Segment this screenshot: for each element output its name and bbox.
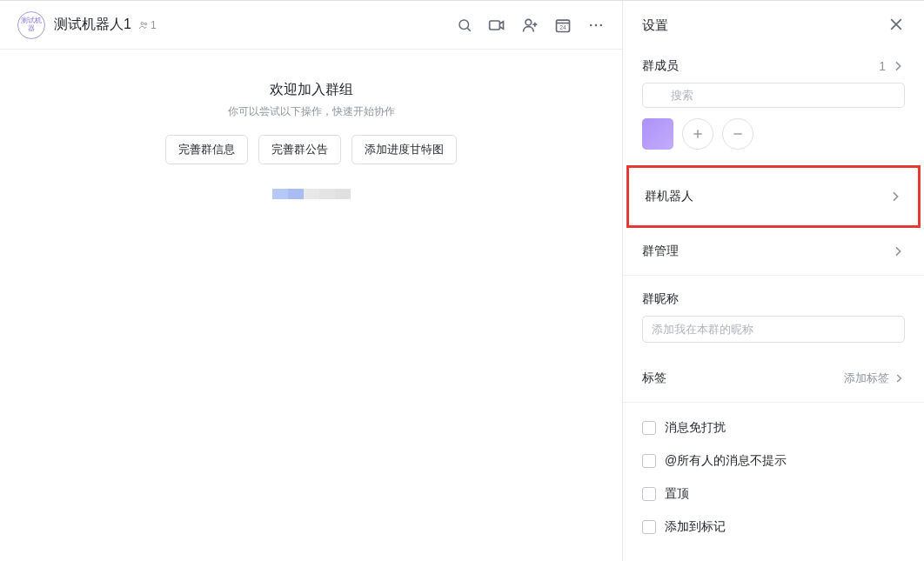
minus-icon [731, 127, 745, 141]
member-search-wrapper [642, 83, 905, 108]
tags-section: 标签 添加标签 [623, 350, 924, 402]
quick-actions: 完善群信息 完善群公告 添加进度甘特图 [165, 135, 457, 164]
mute-label: 消息免打扰 [665, 420, 726, 436]
add-gantt-button[interactable]: 添加进度甘特图 [352, 135, 457, 164]
svg-point-5 [526, 19, 532, 25]
no-atall-label: @所有人的消息不提示 [665, 453, 787, 469]
no-atall-option[interactable]: @所有人的消息不提示 [642, 444, 905, 478]
tags-row: 标签 添加标签 [642, 371, 905, 386]
chat-title: 测试机器人1 [54, 16, 131, 34]
add-to-mark-label: 添加到标记 [665, 519, 726, 535]
close-button[interactable] [887, 16, 905, 36]
settings-panel: 设置 群成员 1 [623, 1, 924, 561]
close-icon [887, 16, 905, 33]
chevron-right-icon [891, 244, 905, 258]
header-actions: 24 [457, 17, 605, 34]
svg-point-2 [459, 20, 469, 30]
add-to-mark-option[interactable]: 添加到标记 [642, 511, 905, 544]
member-avatar[interactable] [642, 118, 673, 150]
pin-label: 置顶 [665, 486, 689, 502]
add-member-button[interactable] [682, 118, 713, 150]
plus-icon [691, 127, 705, 141]
welcome-subtitle: 你可以尝试以下操作，快速开始协作 [228, 104, 395, 119]
chevron-right-icon [888, 190, 902, 204]
member-search-input[interactable] [642, 83, 905, 108]
more-icon[interactable] [587, 17, 605, 34]
chat-body: 欢迎加入群组 你可以尝试以下操作，快速开始协作 完善群信息 完善群公告 添加进度… [0, 50, 622, 561]
chevron-right-icon [891, 59, 905, 73]
remove-member-button[interactable] [722, 118, 753, 150]
members-section: 群成员 1 [623, 50, 924, 165]
checkbox-icon [642, 487, 656, 501]
svg-point-13 [600, 23, 603, 26]
svg-text:24: 24 [559, 24, 566, 30]
member-list [642, 118, 905, 150]
checkbox-icon [642, 520, 656, 534]
nickname-input[interactable] [642, 316, 905, 343]
loading-placeholder [272, 189, 351, 199]
svg-point-0 [141, 22, 144, 24]
complete-group-info-button[interactable]: 完善群信息 [165, 135, 248, 164]
checkbox-icon [642, 454, 656, 468]
add-tag-button[interactable]: 添加标签 [844, 371, 905, 386]
nickname-section: 群昵称 [623, 276, 924, 350]
calendar-icon[interactable]: 24 [554, 17, 572, 34]
members-icon [138, 20, 149, 30]
members-count: 1 [879, 59, 886, 73]
search-icon[interactable] [457, 17, 472, 33]
settings-title: 设置 [642, 17, 668, 34]
svg-point-1 [144, 23, 147, 25]
settings-header: 设置 [623, 1, 924, 50]
complete-announcement-button[interactable]: 完善群公告 [258, 135, 341, 164]
group-robot-section: 群机器人 [626, 165, 921, 228]
svg-rect-4 [490, 21, 500, 30]
svg-line-3 [467, 28, 470, 30]
svg-point-12 [595, 23, 598, 26]
chat-header: 测试机器 测试机器人1 1 24 [0, 1, 622, 50]
chevron-right-icon [893, 372, 905, 384]
chat-panel: 测试机器 测试机器人1 1 24 欢迎加入群组 你可以尝试以下操作，快速开始协作… [0, 1, 623, 561]
chat-avatar[interactable]: 测试机器 [17, 11, 45, 39]
welcome-title: 欢迎加入群组 [270, 81, 353, 99]
members-label: 群成员 [642, 58, 679, 74]
pin-option[interactable]: 置顶 [642, 478, 905, 511]
members-row[interactable]: 群成员 1 [642, 58, 905, 74]
svg-point-11 [590, 23, 593, 26]
group-management-label: 群管理 [642, 244, 679, 259]
video-call-icon[interactable] [488, 17, 506, 34]
group-robot-row[interactable]: 群机器人 [645, 189, 902, 204]
nickname-label: 群昵称 [642, 291, 905, 307]
group-management-section: 群管理 [623, 228, 924, 275]
group-robot-label: 群机器人 [645, 189, 693, 204]
tags-label: 标签 [642, 371, 666, 386]
chat-member-count[interactable]: 1 [138, 19, 157, 31]
options-section: 消息免打扰 @所有人的消息不提示 置顶 添加到标记 [623, 403, 924, 556]
group-management-row[interactable]: 群管理 [642, 244, 905, 259]
mute-option[interactable]: 消息免打扰 [642, 411, 905, 444]
add-member-icon[interactable] [521, 17, 539, 34]
checkbox-icon [642, 421, 656, 435]
